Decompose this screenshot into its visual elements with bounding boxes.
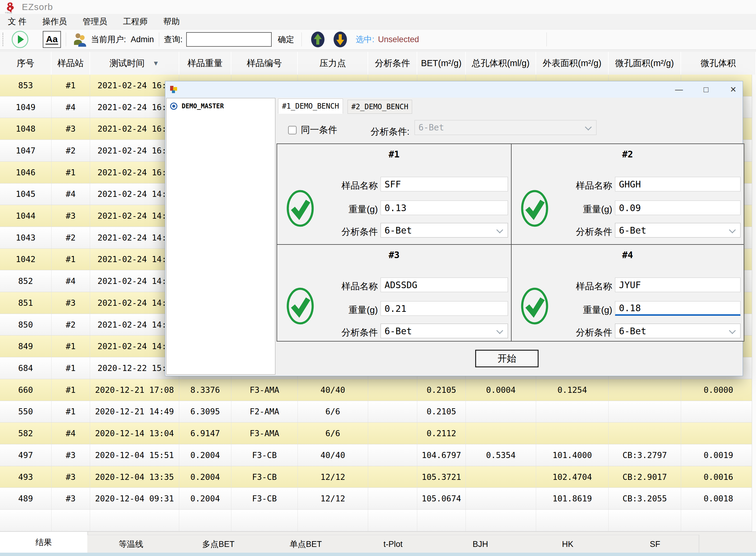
play-icon[interactable]: [11, 31, 29, 48]
column-header[interactable]: 测试时间▼: [90, 52, 179, 75]
table-row[interactable]: [0, 510, 756, 531]
toolbar-grip[interactable]: [2, 33, 3, 46]
dialog-title-bar[interactable]: — □ ✕: [165, 81, 743, 98]
column-header[interactable]: 外表面积(m²/g): [536, 52, 609, 75]
table-cell: #1: [51, 162, 90, 183]
close-icon[interactable]: ✕: [725, 82, 742, 97]
minimize-icon[interactable]: —: [671, 82, 687, 97]
table-cell: [368, 488, 417, 509]
table-cell: [681, 401, 756, 422]
selected-value: Unselected: [378, 35, 419, 44]
sample-panel-2: #2 样品名称 GHGH 重量(g) 0.09 分析条件 6-Bet: [511, 144, 744, 244]
table-cell: #1: [51, 249, 90, 270]
tab-hk[interactable]: HK: [524, 535, 612, 553]
condition-combobox[interactable]: 6-Bet: [615, 223, 741, 238]
analysis-condition-combobox-disabled[interactable]: 6-Bet: [415, 120, 597, 135]
tab-demo-bench-2[interactable]: #2_DEMO_BENCH: [348, 100, 412, 114]
menu-operator[interactable]: 操作员: [35, 14, 75, 29]
confirm-button[interactable]: 确定: [278, 34, 294, 45]
table-row[interactable]: 489#32020-12-04 09:310.2004F3-CB12/12105…: [0, 488, 756, 510]
table-row[interactable]: 493#32020-12-04 13:350.2004F3-CB12/12105…: [0, 466, 756, 488]
table-row[interactable]: 497#32020-12-04 15:510.2004F3-CB40/40104…: [0, 444, 756, 466]
menu-bar: 文 件 操作员 管理员 工程师 帮助: [0, 14, 756, 29]
start-button[interactable]: 开始: [475, 350, 539, 367]
weight-input[interactable]: 0.21: [381, 301, 508, 316]
table-cell: 853: [0, 75, 51, 96]
tab-multipoint-bet[interactable]: 多点BET: [175, 535, 263, 553]
column-header[interactable]: 总孔体积(ml/g): [466, 52, 536, 75]
table-cell: [681, 422, 756, 444]
table-cell: 2020-12-14 13:04: [90, 422, 179, 444]
tab-demo-bench-1[interactable]: #1_DEMO_BENCH: [278, 99, 343, 114]
weight-input[interactable]: 0.13: [381, 201, 508, 215]
check-circle-icon: [521, 189, 548, 227]
weight-input[interactable]: 0.09: [615, 201, 741, 215]
column-header[interactable]: 微孔体积: [681, 52, 756, 75]
menu-file[interactable]: 文 件: [0, 14, 35, 29]
panel-title: #4: [512, 250, 744, 260]
weight-input-focused[interactable]: 0.18: [615, 301, 741, 316]
table-row[interactable]: 550#12020-12-21 14:496.3095F2-AMA6/60.21…: [0, 401, 756, 423]
table-cell: 0.2004: [179, 444, 231, 466]
menu-help[interactable]: 帮助: [155, 14, 188, 29]
column-header[interactable]: 微孔面积(m²/g): [609, 52, 681, 75]
column-header[interactable]: 样品站: [51, 52, 90, 75]
table-cell: 0.1254: [536, 379, 609, 401]
maximize-icon[interactable]: □: [697, 82, 715, 97]
table-cell: #1: [51, 401, 90, 422]
table-cell: 0.0019: [681, 444, 756, 466]
column-header[interactable]: 压力点: [298, 52, 368, 75]
menu-engineer[interactable]: 工程师: [115, 14, 155, 29]
column-header[interactable]: BET(m²/g): [417, 52, 466, 75]
up-arrow-icon[interactable]: [311, 31, 325, 47]
sample-name-input[interactable]: GHGH: [615, 177, 741, 192]
tab-sf[interactable]: SF: [611, 535, 699, 553]
tab-t-plot[interactable]: t-Plot: [349, 535, 437, 553]
table-row[interactable]: 660#12020-12-21 17:088.3376F3-AMA40/400.…: [0, 379, 756, 401]
tab-bjh[interactable]: BJH: [437, 535, 525, 553]
sample-name-input[interactable]: JYUF: [615, 278, 741, 292]
check-circle-icon: [286, 189, 314, 227]
menu-administrator[interactable]: 管理员: [75, 14, 115, 29]
condition-combobox[interactable]: 6-Bet: [615, 324, 741, 338]
search-input[interactable]: [186, 32, 272, 47]
condition-combobox[interactable]: 6-Bet: [381, 223, 508, 238]
same-condition-checkbox[interactable]: [288, 126, 296, 134]
table-cell: 1045: [0, 183, 51, 205]
table-cell: CB:3.2797: [609, 444, 681, 466]
tab-singlepoint-bet[interactable]: 单点BET: [262, 535, 350, 553]
sample-name-input[interactable]: SFF: [381, 177, 508, 192]
tree-item-label[interactable]: DEMO_MASTER: [182, 103, 224, 110]
column-header[interactable]: 样品编号: [231, 52, 298, 75]
sample-panel-3: #3 样品名称 ADSSDG 重量(g) 0.21 分析条件 6-Bet: [277, 244, 511, 341]
vertical-scrollbar[interactable]: [752, 75, 756, 531]
table-cell: 660: [0, 379, 51, 401]
table-cell: #3: [51, 205, 90, 227]
tab-isotherm[interactable]: 等温线: [87, 535, 175, 553]
table-cell: 2020-12-21 17:08: [90, 379, 179, 401]
radio-demo-master[interactable]: [170, 103, 177, 110]
table-cell: 1049: [0, 97, 51, 118]
column-header[interactable]: 序号: [0, 52, 51, 75]
condition-label: 分析条件: [311, 326, 378, 339]
sample-panel-grid: #1 样品名称 SFF 重量(g) 0.13 分析条件 6-Bet #2 样品名…: [277, 143, 745, 342]
table-cell: #2: [51, 314, 90, 336]
table-cell: [466, 401, 536, 422]
table-cell: 1044: [0, 205, 51, 227]
column-header[interactable]: 样品重量: [179, 52, 231, 75]
sample-name-input[interactable]: ADSSDG: [381, 278, 508, 292]
table-cell: [536, 422, 609, 444]
table-cell: 105.0674: [417, 488, 466, 509]
column-header[interactable]: 分析条件: [368, 52, 417, 75]
table-cell: 2020-12-04 13:35: [90, 466, 179, 488]
table-cell: #3: [51, 488, 90, 509]
condition-combobox[interactable]: 6-Bet: [381, 324, 508, 338]
table-cell: 850: [0, 314, 51, 336]
down-arrow-icon[interactable]: [333, 31, 347, 47]
table-cell: 0.2105: [417, 379, 466, 401]
check-circle-icon: [286, 287, 314, 325]
tab-results[interactable]: 结果: [0, 532, 88, 553]
font-icon[interactable]: Aa: [43, 31, 61, 48]
table-row[interactable]: 582#42020-12-14 13:046.9147F3-AMA6/60.21…: [0, 422, 756, 444]
panel-title: #2: [512, 149, 744, 160]
